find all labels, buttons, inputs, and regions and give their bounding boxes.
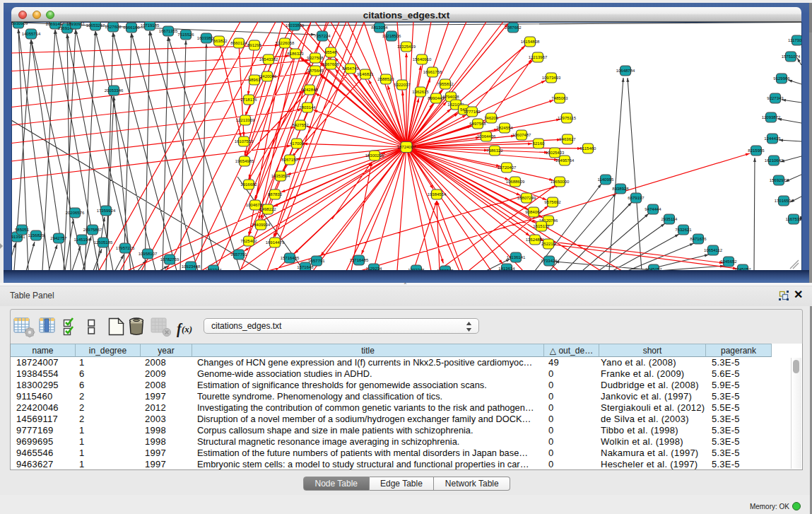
svg-text:9245052: 9245052 [645, 267, 662, 271]
svg-text:14353594: 14353594 [271, 174, 290, 178]
svg-text:1733426: 1733426 [541, 259, 558, 263]
svg-text:12505185: 12505185 [94, 240, 113, 245]
svg-text:20206576: 20206576 [66, 211, 85, 215]
svg-text:19384554: 19384554 [428, 192, 447, 197]
svg-text:7632621: 7632621 [675, 228, 692, 232]
svg-text:(x): (x) [182, 324, 192, 334]
svg-text:2942757: 2942757 [50, 236, 67, 240]
svg-text:1092344: 1092344 [205, 268, 222, 271]
svg-text:9327508: 9327508 [307, 56, 324, 60]
svg-text:8660124: 8660124 [230, 41, 247, 45]
svg-text:7663822: 7663822 [211, 39, 228, 43]
svg-text:20364436: 20364436 [477, 134, 496, 139]
svg-text:9146821: 9146821 [357, 72, 374, 76]
svg-text:9245052: 9245052 [734, 267, 751, 271]
svg-text:891295: 891295 [247, 43, 262, 47]
svg-text:10923448: 10923448 [182, 264, 201, 269]
svg-text:8186323: 8186323 [287, 52, 304, 56]
svg-text:16671355: 16671355 [159, 29, 178, 33]
svg-text:18300295: 18300295 [365, 153, 384, 158]
svg-text:10719185: 10719185 [141, 23, 160, 28]
svg-text:7625402: 7625402 [240, 239, 257, 243]
svg-text:8215955: 8215955 [748, 148, 765, 153]
svg-text:1615132: 1615132 [533, 224, 550, 228]
svg-text:9657791: 9657791 [308, 259, 325, 263]
svg-text:7515526: 7515526 [177, 33, 194, 37]
svg-text:98961: 98961 [249, 78, 261, 82]
svg-text:9474444: 9474444 [645, 207, 661, 211]
svg-text:10958107: 10958107 [139, 252, 158, 256]
svg-text:2803144: 2803144 [299, 105, 316, 110]
svg-text:2087662: 2087662 [505, 25, 522, 30]
svg-text:7357224: 7357224 [314, 34, 331, 38]
svg-text:9777169: 9777169 [464, 110, 481, 114]
svg-text:2718176: 2718176 [240, 98, 257, 102]
svg-text:14055714: 14055714 [22, 32, 41, 36]
svg-text:18724007: 18724007 [397, 145, 416, 149]
svg-text:9115460: 9115460 [580, 146, 597, 151]
svg-text:1292345: 1292345 [437, 269, 454, 271]
svg-text:1362615: 1362615 [412, 90, 429, 94]
svg-text:16495764: 16495764 [555, 158, 575, 163]
svg-text:11325419: 11325419 [397, 45, 416, 49]
svg-text:10973493: 10973493 [542, 76, 561, 80]
svg-text:6497568: 6497568 [469, 122, 486, 126]
svg-text:53226058: 53226058 [276, 41, 295, 45]
svg-text:9657791: 9657791 [230, 252, 247, 257]
svg-text:18930911: 18930911 [66, 22, 86, 26]
svg-text:15751074: 15751074 [782, 54, 801, 59]
svg-text:15720407: 15720407 [498, 165, 517, 170]
svg-text:1140995: 1140995 [598, 177, 615, 182]
svg-text:17359924: 17359924 [97, 209, 116, 213]
svg-text:11173061: 11173061 [788, 38, 801, 42]
svg-text:8471676: 8471676 [690, 237, 707, 241]
svg-text:17957225: 17957225 [116, 246, 135, 250]
svg-text:887833: 887833 [268, 192, 283, 197]
svg-text:8813054: 8813054 [371, 25, 388, 30]
svg-text:10607487: 10607487 [512, 133, 531, 137]
svg-text:9242848: 9242848 [301, 88, 318, 92]
svg-text:16107553: 16107553 [235, 139, 254, 144]
svg-text:9245652: 9245652 [720, 259, 737, 264]
svg-text:15640910: 15640910 [413, 57, 432, 62]
svg-text:19654985: 19654985 [235, 159, 254, 163]
svg-text:12093872: 12093872 [762, 115, 781, 119]
svg-text:8938928: 8938928 [612, 187, 629, 191]
svg-text:95546: 95546 [325, 50, 337, 54]
svg-text:3875645: 3875645 [307, 69, 324, 73]
svg-text:17016504: 17016504 [775, 199, 794, 203]
svg-text:10688609: 10688609 [506, 180, 525, 184]
svg-text:9227343: 9227343 [767, 96, 784, 100]
svg-text:417004: 417004 [290, 141, 305, 146]
svg-text:1498222: 1498222 [259, 207, 276, 211]
svg-text:1244415: 1244415 [764, 136, 781, 141]
svg-text:746206: 746206 [484, 116, 499, 120]
svg-text:6794028: 6794028 [442, 95, 459, 99]
svg-text:18807249: 18807249 [517, 196, 536, 200]
svg-text:8454749: 8454749 [342, 66, 359, 71]
svg-text:16154808: 16154808 [521, 40, 540, 44]
svg-text:8427552: 8427552 [292, 123, 309, 127]
svg-text:62160: 62160 [533, 141, 545, 146]
svg-text:9084067: 9084067 [525, 210, 542, 214]
svg-text:12213369: 12213369 [236, 118, 255, 122]
svg-text:12975115: 12975115 [558, 116, 577, 120]
svg-text:8267150: 8267150 [281, 158, 298, 162]
svg-text:16914479: 16914479 [266, 240, 285, 245]
svg-text:9575692: 9575692 [544, 200, 561, 204]
svg-text:6679197: 6679197 [628, 196, 645, 200]
svg-text:1413614: 1413614 [498, 267, 515, 271]
svg-text:9463627: 9463627 [559, 137, 576, 141]
svg-text:5322037: 5322037 [394, 83, 411, 87]
svg-text:2367608: 2367608 [322, 62, 339, 66]
svg-text:15409934: 15409934 [252, 223, 271, 227]
svg-text:15692971: 15692971 [770, 178, 789, 182]
svg-text:7986322: 7986322 [486, 148, 503, 153]
svg-text:1145194: 1145194 [74, 238, 91, 242]
svg-text:14136141: 14136141 [507, 255, 526, 259]
svg-text:16543362: 16543362 [259, 57, 278, 62]
svg-text:585051: 585051 [15, 228, 30, 232]
svg-text:19650000: 19650000 [551, 180, 570, 184]
svg-text:10025433: 10025433 [546, 151, 565, 155]
svg-text:16210643: 16210643 [765, 158, 784, 163]
